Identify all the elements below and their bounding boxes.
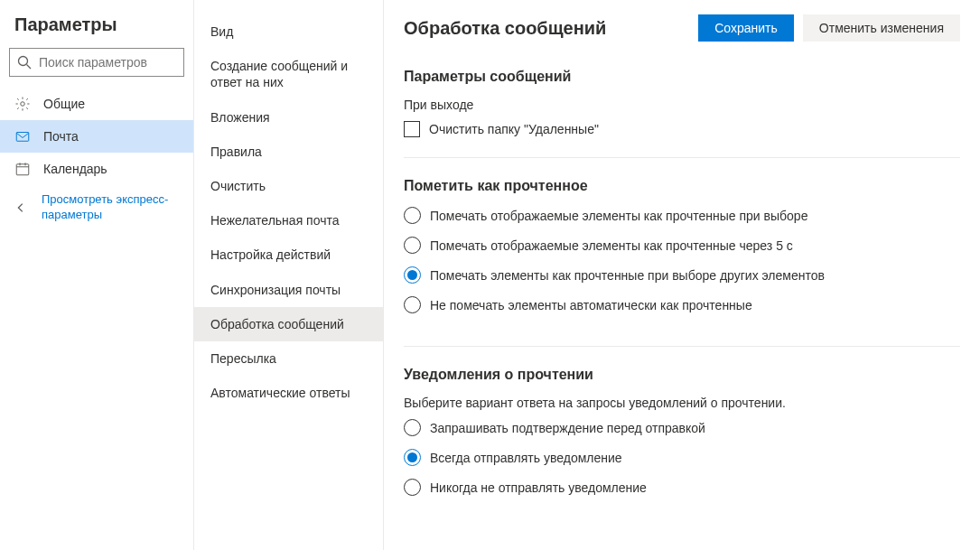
nav-mail[interactable]: Почта	[0, 120, 193, 153]
svg-rect-4	[16, 164, 29, 175]
sub-item-1[interactable]: Создание сообщений и ответ на них	[194, 49, 383, 99]
mark-read-radio-2[interactable]	[404, 266, 421, 284]
header-row: Обработка сообщений Сохранить Отменить и…	[404, 14, 960, 42]
quick-settings-label: Просмотреть экспресс-параметры	[42, 192, 179, 223]
svg-rect-3	[16, 133, 29, 142]
sub-item-4[interactable]: Очистить	[194, 169, 383, 203]
mark-read-label-2: Помечать элементы как прочтенные при выб…	[430, 268, 825, 283]
settings-left-panel: Параметры Общие Почта Календарь Просмотр…	[0, 0, 194, 550]
empty-deleted-checkbox-row[interactable]: Очистить папку "Удаленные"	[404, 121, 960, 137]
mark-read-label-0: Помечать отображаемые элементы как прочт…	[430, 209, 807, 223]
settings-mid-panel: ВидСоздание сообщений и ответ на нихВлож…	[194, 0, 384, 550]
read-receipts-desc: Выберите вариант ответа на запросы уведо…	[404, 396, 960, 410]
svg-line-1	[27, 65, 32, 70]
read-receipt-label-1: Всегда отправлять уведомление	[430, 451, 622, 465]
read-receipt-option-0[interactable]: Запрашивать подтверждение перед отправко…	[404, 419, 960, 436]
svg-point-2	[21, 102, 25, 107]
sub-item-3[interactable]: Правила	[194, 135, 383, 169]
nav-mail-label: Почта	[43, 129, 79, 144]
svg-point-0	[19, 57, 28, 66]
read-receipt-radio-2[interactable]	[404, 479, 421, 496]
nav-general[interactable]: Общие	[0, 88, 193, 120]
mark-read-radio-1[interactable]	[404, 237, 421, 254]
calendar-icon	[14, 161, 31, 177]
nav-calendar-label: Календарь	[43, 162, 107, 176]
search-icon	[17, 55, 32, 70]
empty-deleted-checkbox[interactable]	[404, 121, 420, 137]
section-read-receipts: Уведомления о прочтении Выберите вариант…	[404, 367, 960, 528]
sub-item-5[interactable]: Нежелательная почта	[194, 203, 383, 238]
section-message-options-heading: Параметры сообщений	[404, 69, 960, 85]
cancel-button[interactable]: Отменить изменения	[803, 14, 960, 42]
gear-icon	[14, 96, 31, 112]
mark-read-label-1: Помечать отображаемые элементы как прочт…	[430, 238, 793, 253]
mark-read-option-3[interactable]: Не помечать элементы автоматически как п…	[404, 296, 960, 313]
section-mark-read: Пометить как прочтенное Помечать отображ…	[404, 178, 960, 347]
sub-item-10[interactable]: Автоматические ответы	[194, 376, 383, 410]
mark-read-option-0[interactable]: Помечать отображаемые элементы как прочт…	[404, 207, 960, 224]
mail-icon	[14, 128, 31, 144]
quick-settings-link[interactable]: Просмотреть экспресс-параметры	[0, 185, 193, 230]
settings-right-panel: Обработка сообщений Сохранить Отменить и…	[384, 0, 980, 550]
mark-read-option-1[interactable]: Помечать отображаемые элементы как прочт…	[404, 237, 960, 254]
section-mark-read-heading: Пометить как прочтенное	[404, 178, 960, 194]
empty-deleted-label: Очистить папку "Удаленные"	[429, 122, 599, 136]
settings-title: Параметры	[0, 9, 193, 48]
mark-read-label-3: Не помечать элементы автоматически как п…	[430, 298, 752, 312]
mark-read-radio-3[interactable]	[404, 296, 421, 313]
page-heading: Обработка сообщений	[404, 18, 689, 39]
sub-item-2[interactable]: Вложения	[194, 100, 383, 135]
sub-item-0[interactable]: Вид	[194, 14, 383, 49]
read-receipt-option-2[interactable]: Никогда не отправлять уведомление	[404, 479, 960, 496]
chevron-left-icon	[14, 201, 27, 214]
nav-general-label: Общие	[43, 97, 85, 111]
mark-read-radio-0[interactable]	[404, 207, 421, 224]
mark-read-option-2[interactable]: Помечать элементы как прочтенные при выб…	[404, 266, 960, 284]
sub-item-7[interactable]: Синхронизация почты	[194, 273, 383, 307]
sub-item-8[interactable]: Обработка сообщений	[194, 307, 383, 341]
read-receipt-option-1[interactable]: Всегда отправлять уведомление	[404, 449, 960, 466]
save-button[interactable]: Сохранить	[698, 14, 794, 42]
read-receipt-radio-1[interactable]	[404, 449, 421, 466]
section-message-options: Параметры сообщений При выходе Очистить …	[404, 69, 960, 158]
nav-calendar[interactable]: Календарь	[0, 153, 193, 185]
read-receipt-label-0: Запрашивать подтверждение перед отправко…	[430, 421, 705, 435]
read-receipt-radio-0[interactable]	[404, 419, 421, 436]
sub-item-6[interactable]: Настройка действий	[194, 238, 383, 272]
section-read-receipts-heading: Уведомления о прочтении	[404, 367, 960, 383]
read-receipt-label-2: Никогда не отправлять уведомление	[430, 480, 647, 495]
search-box[interactable]	[9, 48, 184, 77]
on-exit-label: При выходе	[404, 98, 960, 112]
sub-item-9[interactable]: Пересылка	[194, 341, 383, 376]
search-input[interactable]	[39, 55, 176, 70]
